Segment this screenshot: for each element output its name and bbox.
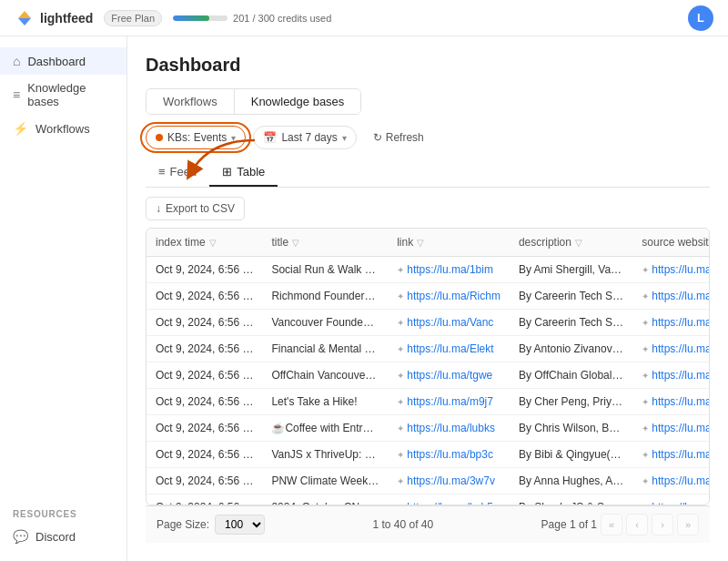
avatar[interactable]: L [688,5,713,31]
table-cell: Oct 9, 2024, 6:56 … [147,468,262,495]
tab-table[interactable]: ⊞ Table [209,158,278,187]
table-cell[interactable]: ✦https://lu.ma/vanc… [632,415,710,442]
col-description[interactable]: description▽ [510,229,632,257]
table-link[interactable]: https://lu.ma/Elekt [407,342,493,355]
sidebar-item-knowledge-bases[interactable]: ≡ Knowledge bases [0,75,126,115]
table-cell[interactable]: ✦https://lu.ma/lubks [388,415,510,442]
sidebar-item-workflows[interactable]: ⚡ Workflows [0,115,126,142]
table-cell: Oct 9, 2024, 6:56 … [147,310,262,336]
table-link[interactable]: https://lu.ma/Richm [407,290,500,302]
table-link[interactable]: https://lu.ma/vanc… [652,395,710,408]
date-filter-button[interactable]: 📅 Last 7 days ▾ [253,126,356,149]
tab-feed[interactable]: ≡ Feed [146,158,209,187]
table-cell: Oct 9, 2024, 6:56 … [147,283,262,310]
table-cell: Financial & Mental … [262,336,388,362]
table-link[interactable]: https://lu.ma/vanc… [652,263,710,276]
link-plus-icon: ✦ [642,291,649,301]
link-plus-icon: ✦ [397,265,404,275]
kb-filter-wrapper: KBs: Events ▾ [146,126,246,149]
table-cell[interactable]: ✦https://lu.ma/vanc… [632,389,710,415]
refresh-button[interactable]: ↻ Refresh [364,127,433,148]
table-cell: By Bibi & Qingyue(… [510,442,632,468]
table-link[interactable]: https://lu.ma/1bim [407,263,493,276]
link-plus-icon: ✦ [397,344,404,354]
table-cell: Let's Take a Hike! [262,389,388,415]
table-cell[interactable]: ✦https://lu.ma/vanc… [632,336,710,362]
table-cell[interactable]: ✦https://lu.ma/vanc… [632,495,710,506]
col-source-website[interactable]: source website▽ [632,229,710,257]
table-cell[interactable]: ✦https://lu.ma/m9j7 [388,389,510,415]
table-link[interactable]: https://lu.ma/bp3c [407,448,493,461]
prev-first-button[interactable]: « [601,514,622,536]
table-cell[interactable]: ✦https://lu.ma/vanc… [632,442,710,468]
table-link[interactable]: https://lu.ma/tgwe [407,369,492,382]
table-cell: Oct 9, 2024, 6:56 … [147,336,262,362]
top-tabs: Workflows Knowledge bases [146,88,361,115]
table-cell: OffChain Vancouve… [262,362,388,389]
table-link[interactable]: https://lu.ma/vanc… [652,369,710,382]
table-link[interactable]: https://lu.ma/lubks [407,422,495,434]
col-link[interactable]: link▽ [388,229,510,257]
table-cell: Oct 9, 2024, 6:56 … [147,415,262,442]
table-cell[interactable]: ✦https://lu.ma/1bim [388,257,510,283]
link-plus-icon: ✦ [642,423,649,434]
table-cell[interactable]: ✦https://lu.ma/vanc… [632,310,710,336]
table-cell[interactable]: ✦https://lu.ma/vanc… [632,283,710,310]
filter-icon-2[interactable]: ▽ [417,238,424,248]
svg-marker-1 [18,18,31,26]
next-button[interactable]: › [652,514,673,536]
filter-icon-3[interactable]: ▽ [575,238,582,248]
table-cell[interactable]: ✦https://lu.ma/Richm [388,283,510,310]
table-cell[interactable]: ✦https://lu.ma/Vanc [388,310,510,336]
table-cell[interactable]: ✦https://lu.ma/vanc… [632,257,710,283]
table-cell: ☕Coffee with Entr… [262,415,388,442]
filter-icon-0[interactable]: ▽ [209,238,217,248]
topbar-left: lightfeed Free Plan 201 / 300 credits us… [15,8,331,28]
table-row: Oct 9, 2024, 6:56 …Let's Take a Hike!✦ht… [147,389,710,415]
kb-dot [156,134,163,141]
prev-button[interactable]: ‹ [626,514,648,536]
tab-knowledge-bases[interactable]: Knowledge bases [235,89,361,114]
link-plus-icon: ✦ [642,265,649,275]
link-plus-icon: ✦ [397,397,404,407]
table-link[interactable]: https://lu.ma/Vanc [407,316,493,329]
table-cell[interactable]: ✦https://lu.ma/tgwe [388,362,510,389]
table-link[interactable]: https://lu.ma/3w7v [407,474,495,487]
sidebar-label-discord: Discord [35,530,76,544]
table-cell[interactable]: ✦https://lu.ma/bp3c [388,442,510,468]
link-plus-icon: ✦ [642,371,649,381]
col-index-time[interactable]: index time▽ [147,229,262,257]
table-link[interactable]: https://lu.ma/m9j7 [407,395,493,408]
table-link[interactable]: https://lu.ma/vanc… [652,448,710,461]
data-table-container[interactable]: index time▽ title▽ link▽ description▽ so… [146,228,710,505]
sidebar-item-dashboard[interactable]: ⌂ Dashboard [0,47,126,75]
next-last-button[interactable]: » [677,514,699,536]
table-link[interactable]: https://lu.ma/vanc… [652,342,710,355]
credits-fill [173,15,209,21]
link-plus-icon: ✦ [642,318,649,328]
table-link[interactable]: https://lu.ma/vanc… [652,316,710,329]
table-cell: PNW Climate Week… [262,468,388,495]
table-cell[interactable]: ✦https://lu.ma/vanc… [632,468,710,495]
credits-track [173,15,228,21]
table-link[interactable]: https://lu.ma/vanc… [652,474,710,487]
link-plus-icon: ✦ [397,318,404,328]
table-cell: Social Run & Walk … [262,257,388,283]
discord-icon: 💬 [13,529,28,544]
page-size-select[interactable]: 100 50 25 [215,515,265,535]
pagination: Page Size: 100 50 25 1 to 40 of 40 Page … [146,505,710,543]
col-title[interactable]: title▽ [262,229,388,257]
table-link[interactable]: https://lu.ma/vanc… [652,422,710,434]
export-csv-button[interactable]: ↓ Export to CSV [146,197,245,220]
table-cell[interactable]: ✦https://lu.ma/3w7v [388,468,510,495]
table-cell[interactable]: ✦https://lu.ma/Elekt [388,336,510,362]
filter-icon-1[interactable]: ▽ [292,238,299,248]
sidebar-item-discord[interactable]: 💬 Discord [0,523,126,550]
tab-workflows[interactable]: Workflows [147,89,235,114]
table-cell[interactable]: ✦https://lu.ma/vanc… [632,362,710,389]
table-cell[interactable]: ✦https://lu.ma/bxb5 [388,495,510,506]
kb-filter-button[interactable]: KBs: Events ▾ [146,126,246,149]
table-link[interactable]: https://lu.ma/vanc… [652,290,710,302]
pagination-range: 1 to 40 of 40 [372,518,433,531]
link-plus-icon: ✦ [397,371,404,381]
